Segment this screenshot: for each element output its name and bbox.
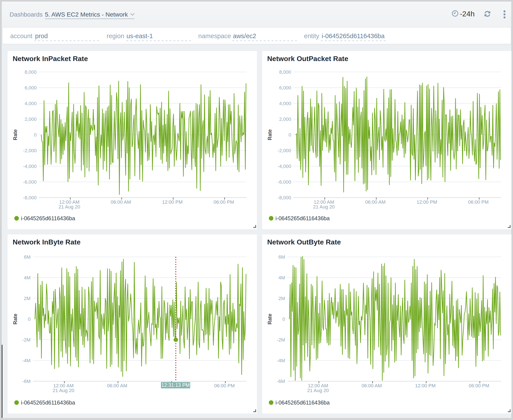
svg-text:8,000: 8,000 — [25, 69, 37, 75]
svg-text:4,000: 4,000 — [25, 101, 37, 106]
svg-text:-6,000: -6,000 — [278, 179, 291, 185]
svg-text:-2,000: -2,000 — [278, 148, 291, 153]
svg-text:2,000: 2,000 — [25, 116, 37, 122]
svg-text:4,000: 4,000 — [279, 101, 291, 106]
svg-text:21 Aug 20: 21 Aug 20 — [59, 204, 80, 210]
svg-text:-4,000: -4,000 — [278, 164, 291, 169]
svg-text:i-0645265d6116436ba: i-0645265d6116436ba — [275, 399, 330, 406]
svg-text:21 Aug 20: 21 Aug 20 — [313, 204, 335, 210]
svg-text:-8,000: -8,000 — [23, 195, 37, 200]
svg-text:12:00 PM: 12:00 PM — [162, 199, 182, 205]
svg-text:-6,000: -6,000 — [23, 179, 37, 185]
svg-text:06:00 AM: 06:00 AM — [362, 383, 382, 388]
svg-text:i-0645265d6116436ba: i-0645265d6116436ba — [275, 215, 330, 221]
svg-text:i-0645265d6116436ba: i-0645265d6116436ba — [21, 215, 75, 221]
svg-text:06:00 PM: 06:00 PM — [469, 383, 489, 388]
svg-text:-4M: -4M — [277, 358, 285, 363]
svg-text:-4,000: -4,000 — [23, 164, 37, 169]
svg-text:Rate: Rate — [12, 129, 18, 140]
svg-text:12:00 PM: 12:00 PM — [417, 199, 437, 205]
svg-text:-8,000: -8,000 — [278, 195, 291, 200]
svg-text:Rate: Rate — [12, 314, 18, 324]
svg-text:06:00 AM: 06:00 AM — [365, 199, 386, 205]
svg-text:4M: 4M — [24, 275, 30, 280]
svg-text:6,000: 6,000 — [25, 85, 37, 90]
svg-text:i-0645265d6116436ba: i-0645265d6116436ba — [21, 399, 75, 406]
svg-text:-6M: -6M — [277, 379, 285, 384]
svg-text:6,000: 6,000 — [279, 85, 291, 90]
svg-text:2,000: 2,000 — [279, 116, 291, 122]
svg-text:-2M: -2M — [277, 337, 285, 343]
svg-text:06:00 PM: 06:00 PM — [213, 199, 234, 205]
svg-text:6M: 6M — [278, 254, 285, 260]
svg-text:06:00 PM: 06:00 PM — [468, 199, 489, 205]
svg-text:06:00 AM: 06:00 AM — [107, 383, 127, 388]
svg-text:-2,000: -2,000 — [23, 148, 37, 153]
svg-text:12:31:13 PM: 12:31:13 PM — [161, 382, 190, 388]
svg-text:-6M: -6M — [22, 379, 30, 384]
svg-text:12:00 PM: 12:00 PM — [415, 383, 436, 388]
svg-text:2M: 2M — [24, 296, 30, 301]
svg-text:21 Aug 20: 21 Aug 20 — [53, 388, 74, 393]
svg-text:0: 0 — [288, 132, 291, 138]
svg-text:8,000: 8,000 — [279, 69, 291, 75]
svg-text:-2M: -2M — [22, 337, 30, 343]
svg-text:2M: 2M — [278, 296, 285, 301]
svg-text:06:00 PM: 06:00 PM — [214, 383, 235, 388]
svg-text:0: 0 — [34, 132, 37, 138]
svg-text:06:00 AM: 06:00 AM — [111, 199, 131, 205]
svg-text:6M: 6M — [24, 254, 30, 260]
svg-text:Rate: Rate — [267, 314, 273, 324]
svg-text:21 Aug 20: 21 Aug 20 — [307, 388, 329, 393]
svg-text:4M: 4M — [278, 275, 285, 280]
svg-text:0: 0 — [282, 316, 285, 322]
svg-text:Rate: Rate — [267, 129, 273, 140]
svg-text:-4M: -4M — [22, 358, 30, 363]
svg-text:0: 0 — [28, 316, 30, 322]
